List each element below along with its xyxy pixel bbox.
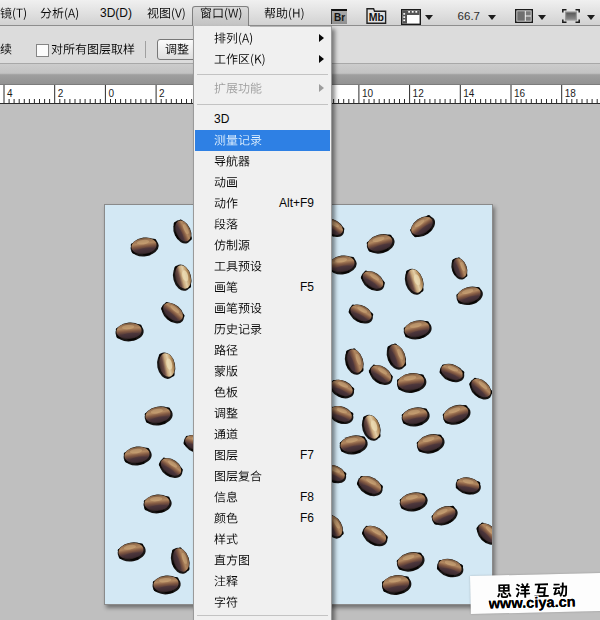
svg-text:2: 2 — [159, 88, 165, 99]
svg-text:16: 16 — [514, 88, 526, 99]
svg-text:www.ciya.cn: www.ciya.cn — [488, 594, 575, 612]
svg-text:12: 12 — [413, 88, 425, 99]
svg-text:10: 10 — [362, 88, 374, 99]
svg-text:18: 18 — [565, 88, 577, 99]
svg-text:14: 14 — [463, 88, 475, 99]
svg-text:0: 0 — [108, 88, 114, 99]
svg-text:4: 4 — [7, 88, 13, 99]
svg-text:2: 2 — [58, 88, 64, 99]
